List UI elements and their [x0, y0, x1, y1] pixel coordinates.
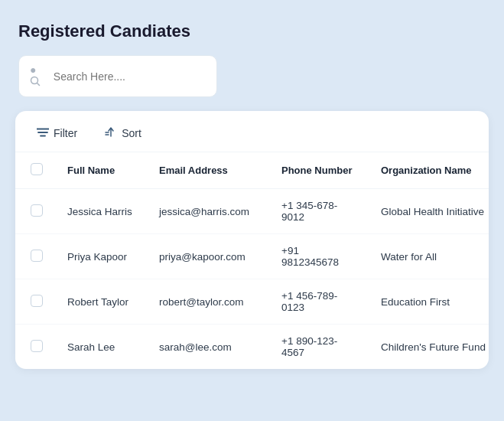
sort-icon [105, 126, 117, 139]
row-checkbox-2[interactable] [31, 295, 43, 307]
filter-label: Filter [54, 127, 77, 139]
row-checkbox-cell [15, 189, 55, 234]
header-phone: Phone Number [269, 152, 369, 189]
cell-name-1: Priya Kapoor [55, 234, 147, 279]
header-email: Email Address [147, 152, 269, 189]
row-checkbox-1[interactable] [31, 250, 43, 262]
header-org: Organization Name [369, 152, 489, 189]
filter-icon [37, 127, 49, 139]
cell-email-2: robert@taylor.com [147, 279, 269, 325]
search-icon: ●️ [30, 64, 47, 89]
cell-name-3: Sarah Lee [55, 325, 147, 370]
sort-button[interactable]: Sort [99, 123, 148, 142]
sort-label: Sort [122, 127, 141, 139]
candidates-table: Full Name Email Address Phone Number Org… [15, 152, 489, 369]
cell-name-2: Robert Taylor [55, 279, 147, 325]
cell-org-2: Education First [369, 279, 489, 325]
cell-email-1: priya@kapoor.com [147, 234, 269, 279]
cell-org-1: Water for All [369, 234, 489, 279]
page-container: Registered Candiates ●️ Filter [0, 0, 504, 421]
header-checkbox[interactable] [31, 163, 43, 175]
search-input[interactable] [54, 70, 206, 83]
table-header-row: Full Name Email Address Phone Number Org… [15, 152, 489, 189]
row-checkbox-cell [15, 279, 55, 325]
cell-phone-3: +1 890-123-4567 [269, 325, 369, 370]
header-checkbox-cell [15, 152, 55, 189]
filter-button[interactable]: Filter [31, 124, 83, 142]
table-card: Filter Sort [15, 111, 489, 369]
header-full-name: Full Name [55, 152, 147, 189]
table-row: Sarah Lee sarah@lee.com +1 890-123-4567 … [15, 325, 489, 370]
cell-email-3: sarah@lee.com [147, 325, 269, 370]
table-row: Priya Kapoor priya@kapoor.com +91 981234… [15, 234, 489, 279]
search-bar[interactable]: ●️ [18, 55, 217, 97]
cell-email-0: jessica@harris.com [147, 189, 269, 234]
cell-name-0: Jessica Harris [55, 189, 147, 234]
table-row: Jessica Harris jessica@harris.com +1 345… [15, 189, 489, 234]
cell-phone-2: +1 456-789-0123 [269, 279, 369, 325]
row-checkbox-0[interactable] [31, 204, 43, 217]
table-row: Robert Taylor robert@taylor.com +1 456-7… [15, 279, 489, 325]
table-toolbar: Filter Sort [15, 111, 489, 152]
svg-line-1 [37, 83, 40, 86]
cell-phone-0: +1 345-678-9012 [269, 189, 369, 234]
row-checkbox-cell [15, 325, 55, 370]
cell-org-0: Global Health Initiative [369, 189, 489, 234]
cell-org-3: Children's Future Fund [369, 325, 489, 370]
cell-phone-1: +91 9812345678 [269, 234, 369, 279]
row-checkbox-cell [15, 234, 55, 279]
page-title: Registered Candiates [15, 21, 489, 41]
row-checkbox-3[interactable] [31, 340, 43, 352]
